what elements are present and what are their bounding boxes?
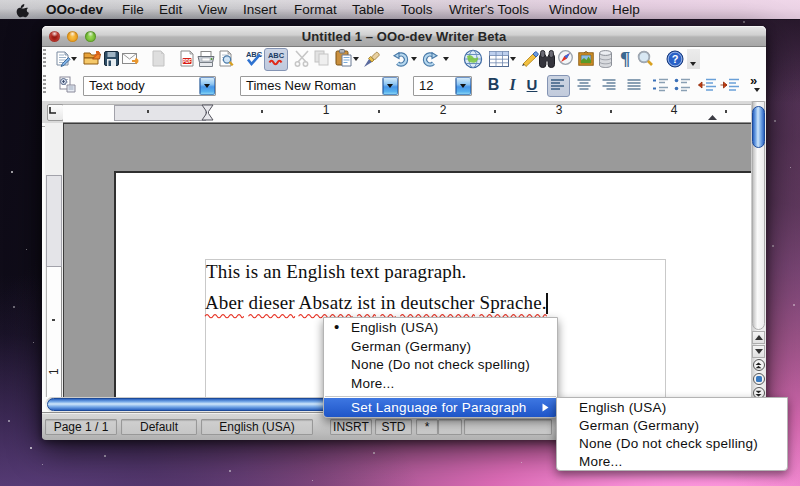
svg-text:ABC: ABC: [246, 50, 263, 59]
svg-text:?: ?: [672, 53, 679, 65]
svg-text:ABC: ABC: [268, 51, 285, 60]
svg-text:PDF: PDF: [182, 59, 191, 64]
